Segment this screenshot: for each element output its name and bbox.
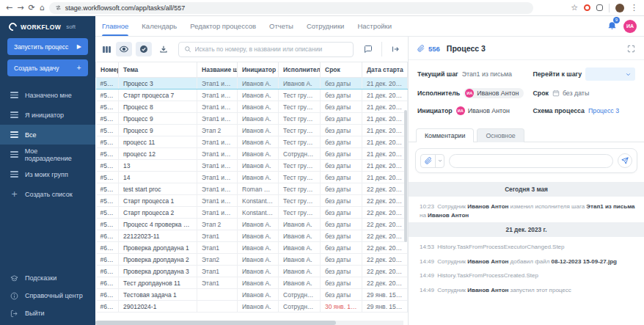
- collapse-panel-button[interactable]: [387, 42, 403, 56]
- executor-label: Исполнитель: [417, 90, 460, 97]
- column-header[interactable]: Название ш...: [197, 62, 238, 78]
- table-row[interactable]: #57713Этап1 из письмаИванов А.Тест групп…: [96, 160, 408, 172]
- site-info-icon[interactable]: [55, 4, 62, 11]
- table-row[interactable]: #64829012024-1Иванов А.Сотрудник 230 янв…: [96, 301, 408, 313]
- columns-icon[interactable]: [101, 46, 112, 53]
- table-row[interactable]: #647Тестовая задача 1Иванов А.Сотрудник …: [96, 289, 408, 301]
- column-header[interactable]: Срок: [321, 62, 362, 78]
- extensions-icon[interactable]: [596, 4, 603, 11]
- reload-icon[interactable]: ⟳: [28, 4, 34, 12]
- task-detail-panel: 556 Процесс 3 Текущий шаг Этап1 из письм…: [408, 37, 644, 325]
- back-icon[interactable]: ←: [6, 4, 12, 12]
- visibility-button[interactable]: [116, 42, 132, 56]
- send-comment-button[interactable]: [618, 153, 632, 168]
- sidebar-item-i-am-initiator[interactable]: Я инициатор: [0, 105, 95, 125]
- sidebar-item-all[interactable]: Все: [0, 125, 95, 145]
- address-bar[interactable]: stage.workflowsoft.com/app/tasks/all/557: [49, 2, 533, 14]
- table-row[interactable]: #619Проверка дропдауна 2Этап2Иванов А.Ив…: [96, 254, 408, 266]
- sidebar-footer-hints[interactable]: Подсказки: [0, 269, 95, 287]
- column-header[interactable]: Тема: [119, 62, 197, 78]
- table-row[interactable]: #568Процесс 9Этап 2Иванов А.Тест группа …: [96, 125, 408, 136]
- cell-step-name: [197, 301, 238, 313]
- create-task-button[interactable]: Создать задачу +: [7, 59, 88, 76]
- sidebar-item-assigned-to-me[interactable]: Назначено мне: [0, 85, 95, 105]
- download-button[interactable]: [155, 42, 172, 56]
- sidebar-footer-logout[interactable]: Выйти: [0, 304, 95, 322]
- table-row[interactable]: #589Старт процесса 2Этап1 из письмаKonst…: [96, 207, 408, 219]
- create-list-button[interactable]: + Создать список: [0, 184, 95, 204]
- column-header[interactable]: Инициатор ...: [238, 62, 279, 78]
- goto-step-select[interactable]: [585, 67, 635, 81]
- bookmark-star-icon[interactable]: ☆: [571, 4, 578, 12]
- forward-icon[interactable]: →: [17, 4, 23, 12]
- cell-step-name: Этап1: [197, 277, 238, 289]
- cell-due: без даты: [321, 207, 362, 219]
- executor-name: Иванов Антон: [477, 90, 519, 97]
- panel-tab-main[interactable]: Основное: [477, 128, 524, 142]
- table-vertical-scrollbar[interactable]: [404, 110, 407, 242]
- table-row[interactable]: #592Процесс 4 проверка видимости ...Этап…: [96, 219, 408, 230]
- sidebar-item-from-my-groups[interactable]: Из моих групп: [0, 164, 95, 184]
- completed-filter-button[interactable]: [136, 42, 152, 56]
- column-header[interactable]: Номер: [96, 62, 119, 78]
- table-row[interactable]: #556Процесс 3Этап1 из письмаИванов А.Ива…: [96, 78, 408, 90]
- table-row[interactable]: #586Старт процесса 1Этап1 из письмаKonst…: [96, 195, 408, 207]
- attach-button[interactable]: [421, 155, 435, 167]
- tab-calendar[interactable]: Календарь: [135, 16, 183, 36]
- cell-number: #577: [96, 160, 119, 172]
- divider: [381, 42, 382, 56]
- table-horizontal-scrollbar[interactable]: [95, 321, 403, 325]
- calendar-icon[interactable]: [552, 90, 560, 97]
- goto-step-label: Перейти к шагу: [533, 70, 582, 78]
- expand-button[interactable]: [627, 45, 635, 53]
- browser-profile-avatar[interactable]: [615, 4, 624, 12]
- cell-start-date: 29 янв. 15:35: [362, 301, 408, 313]
- table-row[interactable]: #616Проверка дропдауна 1Этап1Иванов А.Ив…: [96, 242, 408, 254]
- cell-start-date: 22 дек. 2023 г. ...: [362, 230, 408, 242]
- sidebar-footer-label: Подсказки: [25, 274, 56, 282]
- notifications-button[interactable]: 9: [607, 20, 617, 33]
- table-row[interactable]: #58014Этап1 из письмаИванов А.Тест групп…: [96, 172, 408, 183]
- table-row[interactable]: #559Старт процесса 7Этап1 из письмаИвано…: [96, 90, 408, 101]
- timeline-entry-time: 14:49: [420, 258, 436, 265]
- home-icon[interactable]: ⌂: [40, 4, 45, 12]
- cell-theme: Проверка дропдауна 1: [119, 242, 197, 254]
- table-row[interactable]: #622Проверка дропдауна 3Этап1Иванов А.Ив…: [96, 266, 408, 277]
- run-process-button[interactable]: Запустить процесс ▶: [7, 38, 88, 55]
- search-input[interactable]: [195, 45, 348, 53]
- user-avatar[interactable]: ИА: [623, 20, 637, 33]
- table-row[interactable]: #574процесс 12Этап1 из письмаИванов А.Со…: [96, 148, 408, 160]
- comments-toggle-button[interactable]: [360, 42, 376, 56]
- comment-input[interactable]: [449, 154, 613, 168]
- collapse-right-icon: [391, 45, 400, 54]
- tab-settings[interactable]: Настройки: [351, 16, 398, 36]
- schema-link[interactable]: Процесс 3: [588, 107, 619, 114]
- cell-number: #622: [96, 266, 119, 277]
- sidebar-item-label: Назначено мне: [25, 92, 72, 99]
- panel-tab-comments[interactable]: Комментарии: [416, 128, 474, 142]
- tab-employees[interactable]: Сотрудники: [300, 16, 351, 36]
- table-row[interactable]: #571процесс 11Этап1 из письмаИванов А.Те…: [96, 136, 408, 148]
- tab-process-editor[interactable]: Редактор процессов: [183, 16, 263, 36]
- table-row[interactable]: #565Процесс 9Этап1 из письмаИванов А.Тес…: [96, 113, 408, 125]
- column-header[interactable]: Исполнитель: [279, 62, 321, 78]
- column-header[interactable]: Дата старта: [362, 62, 408, 78]
- cell-number: #613: [96, 230, 119, 242]
- table-row[interactable]: #61322122023-11Этап1Иванов А.Иванов А.бе…: [96, 230, 408, 242]
- list-icon: [10, 90, 18, 99]
- table-row[interactable]: #583test start procЭтап1 из письмаRoman …: [96, 183, 408, 195]
- attach-menu-button[interactable]: [435, 155, 444, 167]
- sidebar-item-my-department[interactable]: Мое подразделение: [0, 145, 95, 164]
- link-icon[interactable]: [417, 45, 425, 52]
- tab-main[interactable]: Главное: [95, 16, 135, 36]
- browser-menu-icon[interactable]: ⋮: [630, 4, 638, 12]
- table-row[interactable]: #625Тест дропдаунов 11Этап1Иванов А.Иван…: [96, 277, 408, 289]
- initiator-person[interactable]: ИА Иванов Антон: [456, 106, 510, 115]
- plus-icon: +: [76, 65, 81, 71]
- sidebar-footer-help-center[interactable]: Справочный центр: [0, 287, 95, 304]
- record-extension-icon[interactable]: [584, 4, 590, 11]
- executor-chip[interactable]: ИА Иванов Антон: [464, 88, 524, 98]
- table-row[interactable]: #562Процесс 8Этап1 из письмаИванов А.Тес…: [96, 101, 408, 113]
- tab-reports[interactable]: Отчеты: [263, 16, 300, 36]
- task-id[interactable]: 556: [428, 45, 440, 53]
